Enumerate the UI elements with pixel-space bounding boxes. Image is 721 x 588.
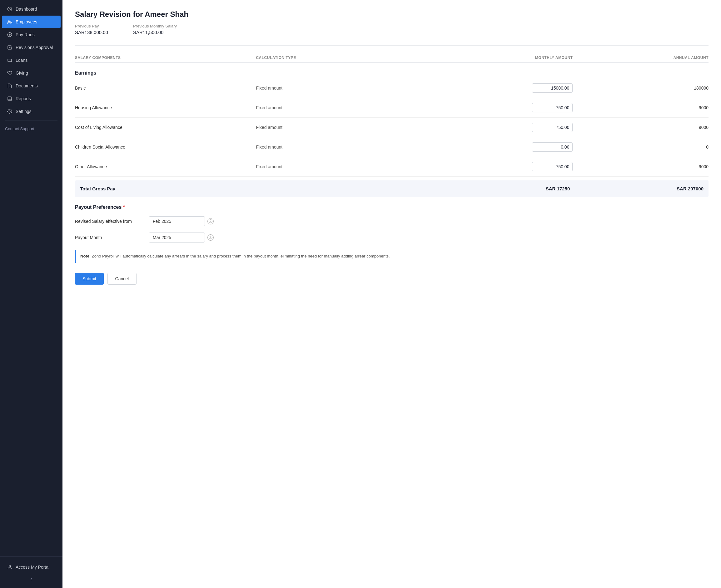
note-text: Zoho Payroll will automatically calculat… <box>91 254 389 258</box>
salary-rows: Basic Fixed amount 180000 Housing Allowa… <box>75 78 708 177</box>
sidebar-nav: Dashboard Employees Pay Runs Revisions A… <box>0 0 62 556</box>
calc-type: Fixed amount <box>256 105 437 110</box>
sidebar-item-pay-runs[interactable]: Pay Runs <box>2 28 61 41</box>
action-buttons: Submit Cancel <box>75 273 708 285</box>
component-name: Cost of Living Allowance <box>75 125 256 130</box>
loans-icon <box>7 58 13 63</box>
payout-month-group: ⓘ <box>149 232 214 243</box>
revisions-icon <box>7 45 13 50</box>
col-calculation-type: CALCULATION TYPE <box>256 56 437 60</box>
monthly-amount-cell <box>437 162 573 171</box>
component-name: Housing Allowance <box>75 105 256 110</box>
table-row: Cost of Living Allowance Fixed amount 90… <box>75 118 708 137</box>
calc-type: Fixed amount <box>256 145 437 149</box>
monthly-amount-input[interactable] <box>532 83 573 93</box>
sidebar-collapse-button[interactable]: ‹ <box>0 574 62 584</box>
sidebar-contact: Contact Support <box>0 123 62 134</box>
sidebar-item-documents[interactable]: Documents <box>2 80 61 92</box>
calc-type: Fixed amount <box>256 85 437 90</box>
previous-pay-label: Previous Pay <box>75 24 108 28</box>
total-gross-pay-label: Total Gross Pay <box>80 186 258 191</box>
reports-icon <box>7 96 13 101</box>
svg-rect-5 <box>8 59 12 62</box>
payout-month-label: Payout Month <box>75 235 144 240</box>
monthly-amount-input[interactable] <box>532 162 573 171</box>
sidebar-bottom: Access My Portal ‹ <box>0 556 62 588</box>
payout-field-effective-from: Revised Salary effective from ⓘ <box>75 216 708 226</box>
calc-type: Fixed amount <box>256 164 437 169</box>
payout-title: Payout Preferences* <box>75 205 708 210</box>
table-row: Basic Fixed amount 180000 <box>75 78 708 98</box>
sidebar-item-reports[interactable]: Reports <box>2 92 61 105</box>
employees-icon <box>7 19 13 25</box>
calc-type: Fixed amount <box>256 125 437 130</box>
annual-amount: 180000 <box>573 85 708 90</box>
table-row: Other Allowance Fixed amount 9000 <box>75 157 708 177</box>
sidebar-item-settings[interactable]: Settings <box>2 105 61 118</box>
sidebar-item-access-portal[interactable]: Access My Portal <box>2 561 61 573</box>
header-divider <box>75 45 708 46</box>
annual-amount: 0 <box>573 145 708 149</box>
payruns-icon <box>7 32 13 38</box>
component-name: Other Allowance <box>75 164 256 169</box>
sidebar-item-giving[interactable]: Giving <box>2 67 61 79</box>
giving-icon <box>7 70 13 76</box>
payout-field-payout-month: Payout Month ⓘ <box>75 232 708 243</box>
monthly-amount-input[interactable] <box>532 142 573 152</box>
table-header: SALARY COMPONENTS CALCULATION TYPE MONTH… <box>75 53 708 63</box>
note-box: Note: Zoho Payroll will automatically ca… <box>75 250 708 263</box>
monthly-amount-input[interactable] <box>532 103 573 112</box>
col-annual-amount: ANNUAL AMOUNT <box>573 56 708 60</box>
sidebar-item-employees[interactable]: Employees <box>2 16 61 28</box>
payout-preferences-section: Payout Preferences* Revised Salary effec… <box>75 205 708 243</box>
earnings-heading: Earnings <box>75 65 708 78</box>
table-row: Children Social Allowance Fixed amount 0 <box>75 137 708 157</box>
note-prefix: Note: <box>80 254 91 258</box>
documents-icon <box>7 83 13 89</box>
sidebar-item-dashboard[interactable]: Dashboard <box>2 3 61 15</box>
effective-from-info-icon[interactable]: ⓘ <box>207 218 214 225</box>
svg-point-10 <box>9 111 10 112</box>
previous-pay-item: Previous Pay SAR138,000.00 <box>75 24 108 35</box>
total-annual-value: SAR 207000 <box>570 186 703 191</box>
previous-monthly-salary-value: SAR11,500.00 <box>133 30 164 35</box>
total-gross-pay-row: Total Gross Pay SAR 17250 SAR 207000 <box>75 181 708 197</box>
submit-button[interactable]: Submit <box>75 273 104 285</box>
monthly-amount-cell <box>437 123 573 132</box>
required-marker: * <box>123 205 125 210</box>
previous-monthly-salary-item: Previous Monthly Salary SAR11,500.00 <box>133 24 177 35</box>
portal-icon <box>7 564 13 570</box>
svg-point-1 <box>8 20 10 22</box>
monthly-amount-cell <box>437 142 573 152</box>
monthly-amount-input[interactable] <box>532 123 573 132</box>
cancel-button[interactable]: Cancel <box>107 273 137 285</box>
annual-amount: 9000 <box>573 105 708 110</box>
previous-pay-info: Previous Pay SAR138,000.00 Previous Mont… <box>75 24 708 35</box>
main-content: Salary Revision for Ameer Shah Previous … <box>62 0 721 588</box>
annual-amount: 9000 <box>573 125 708 130</box>
page-title: Salary Revision for Ameer Shah <box>75 10 708 19</box>
sidebar-item-loans[interactable]: Loans <box>2 54 61 66</box>
dashboard-icon <box>7 6 13 12</box>
settings-icon <box>7 109 13 114</box>
monthly-amount-cell <box>437 103 573 112</box>
svg-point-11 <box>9 565 10 567</box>
payout-effective-from-input[interactable] <box>149 216 205 226</box>
total-monthly-value: SAR 17250 <box>436 186 570 191</box>
component-name: Children Social Allowance <box>75 145 256 149</box>
payout-month-info-icon[interactable]: ⓘ <box>207 234 214 240</box>
payout-effective-from-label: Revised Salary effective from <box>75 219 144 224</box>
sidebar-item-revisions-approval[interactable]: Revisions Approval <box>2 41 61 54</box>
sidebar: Dashboard Employees Pay Runs Revisions A… <box>0 0 62 588</box>
monthly-amount-cell <box>437 83 573 93</box>
col-monthly-amount: MONTHLY AMOUNT <box>437 56 573 60</box>
col-salary-components: SALARY COMPONENTS <box>75 56 256 60</box>
payout-effective-from-group: ⓘ <box>149 216 214 226</box>
component-name: Basic <box>75 85 256 90</box>
payout-month-input[interactable] <box>149 232 205 243</box>
table-row: Housing Allowance Fixed amount 9000 <box>75 98 708 118</box>
previous-pay-value: SAR138,000.00 <box>75 30 108 35</box>
annual-amount: 9000 <box>573 164 708 169</box>
sidebar-divider <box>5 120 58 121</box>
previous-monthly-salary-label: Previous Monthly Salary <box>133 24 177 28</box>
